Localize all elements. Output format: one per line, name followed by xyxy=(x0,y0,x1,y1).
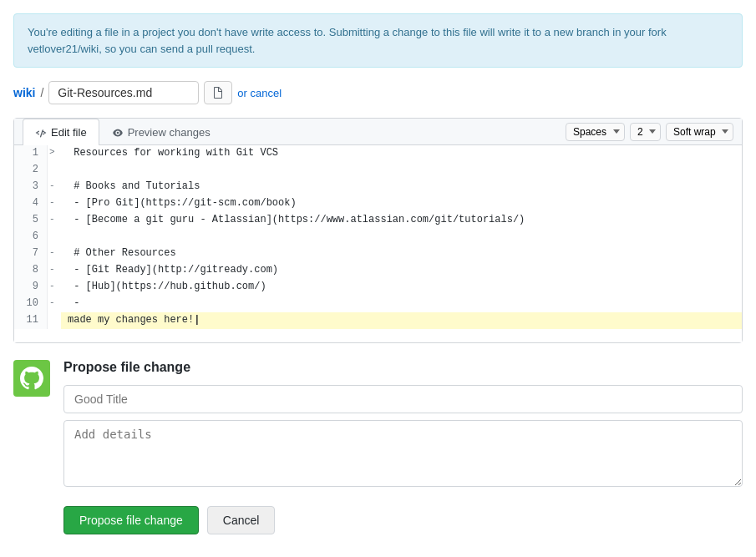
line-indicator-2 xyxy=(48,162,61,179)
line-content-3: # Books and Tutorials xyxy=(61,179,742,195)
propose-file-change-button[interactable]: Propose file change xyxy=(63,506,199,534)
propose-section-title: Propose file change xyxy=(63,360,743,375)
action-buttons: Propose file change Cancel xyxy=(63,506,743,534)
line-content-7: # Other Resources xyxy=(61,246,742,262)
path-separator: / xyxy=(40,86,43,99)
line-indicator-1: > xyxy=(48,145,61,162)
line-content-9: - [Hub](https://hub.github.com/) xyxy=(61,279,742,296)
line-indicator-9: - xyxy=(48,279,61,296)
soft-wrap-select[interactable]: Soft wrap xyxy=(666,123,733,141)
table-row: 6 xyxy=(14,229,742,246)
line-indicator-3: - xyxy=(48,179,61,195)
indent-select[interactable]: 2 xyxy=(630,123,661,141)
line-number-9: 9 xyxy=(14,279,48,296)
tab-edit-label: Edit file xyxy=(51,126,87,139)
table-row: 3 - # Books and Tutorials xyxy=(14,179,742,195)
line-content-1: Resources for working with Git VCS xyxy=(61,145,742,162)
line-number-1: 1 xyxy=(14,145,48,162)
table-row: 2 xyxy=(14,162,742,179)
propose-details-textarea[interactable] xyxy=(63,420,743,487)
user-avatar xyxy=(13,360,50,397)
file-template-button[interactable] xyxy=(204,81,232,104)
avatar-icon xyxy=(20,367,43,390)
table-row: 5 - - [Become a git guru - Atlassian](ht… xyxy=(14,212,742,229)
table-row: 10 - - xyxy=(14,296,742,312)
code-editor[interactable]: 1 > Resources for working with Git VCS 2… xyxy=(14,145,742,342)
line-content-4: - [Pro Git](https://git-scm.com/book) xyxy=(61,195,742,212)
editor-tabs: Edit file Preview changes Spaces 2 Soft … xyxy=(14,119,742,145)
line-number-4: 4 xyxy=(14,195,48,212)
propose-form: Propose file change xyxy=(63,360,743,489)
table-row: 4 - - [Pro Git](https://git-scm.com/book… xyxy=(14,195,742,212)
table-row: 8 - - [Git Ready](http://gitready.com) xyxy=(14,262,742,279)
line-content-10: - xyxy=(61,296,742,312)
line-number-10: 10 xyxy=(14,296,48,312)
code-icon xyxy=(35,127,47,139)
propose-title-input[interactable] xyxy=(63,385,743,413)
tab-preview-changes[interactable]: Preview changes xyxy=(99,119,223,145)
filename-input[interactable] xyxy=(48,81,199,104)
repo-name[interactable]: wiki xyxy=(13,86,35,99)
line-content-11: made my changes here! xyxy=(61,312,742,329)
spaces-select[interactable]: Spaces xyxy=(566,123,625,141)
line-number-2: 2 xyxy=(14,162,48,179)
line-indicator-7: - xyxy=(48,246,61,262)
file-template-icon xyxy=(211,86,225,99)
line-number-11: 11 xyxy=(14,312,48,329)
tab-edit-file[interactable]: Edit file xyxy=(23,119,99,145)
line-number-6: 6 xyxy=(14,229,48,246)
line-number-8: 8 xyxy=(14,262,48,279)
cancel-button[interactable]: Cancel xyxy=(207,506,276,534)
line-indicator-5: - xyxy=(48,212,61,229)
table-row: 7 - # Other Resources xyxy=(14,246,742,262)
file-path-row: wiki / or cancel xyxy=(13,81,743,104)
line-number-7: 7 xyxy=(14,246,48,262)
line-indicator-8: - xyxy=(48,262,61,279)
table-row: 9 - - [Hub](https://hub.github.com/) xyxy=(14,279,742,296)
info-banner: You're editing a file in a project you d… xyxy=(13,13,743,68)
table-row: 11 made my changes here! xyxy=(14,312,742,329)
line-indicator-4: - xyxy=(48,195,61,212)
or-cancel-link[interactable]: or cancel xyxy=(237,87,282,99)
line-indicator-10: - xyxy=(48,296,61,312)
line-content-2 xyxy=(61,162,742,179)
propose-section-wrapper: Propose file change xyxy=(13,360,743,489)
line-indicator-6 xyxy=(48,229,61,246)
line-content-8: - [Git Ready](http://gitready.com) xyxy=(61,262,742,279)
editor-toolbar: Spaces 2 Soft wrap xyxy=(566,123,733,141)
line-number-3: 3 xyxy=(14,179,48,195)
eye-icon xyxy=(112,127,124,139)
editor-section: Edit file Preview changes Spaces 2 Soft … xyxy=(13,118,743,343)
line-indicator-11 xyxy=(48,312,61,329)
table-row: 1 > Resources for working with Git VCS xyxy=(14,145,742,162)
tab-preview-label: Preview changes xyxy=(128,126,211,139)
line-number-5: 5 xyxy=(14,212,48,229)
line-content-5: - [Become a git guru - Atlassian](https:… xyxy=(61,212,742,229)
line-content-6 xyxy=(61,229,742,246)
